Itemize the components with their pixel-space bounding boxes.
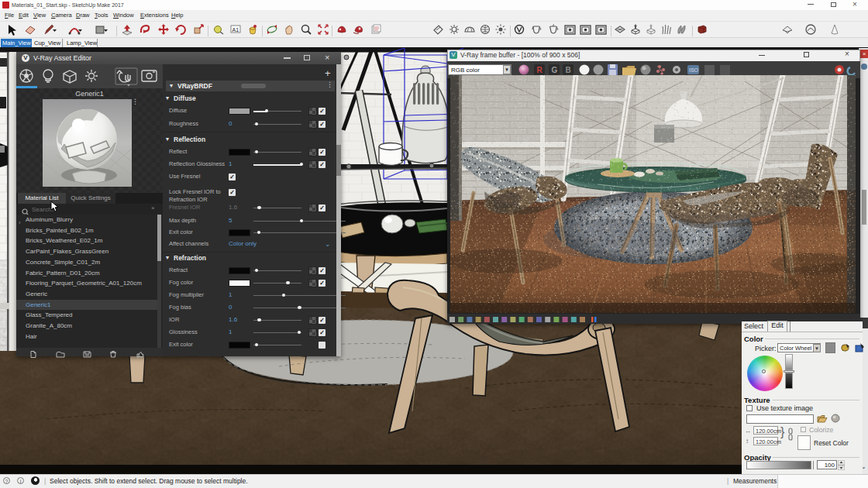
svg-text:ISO: ISO <box>689 67 699 73</box>
svg-text:A1: A1 <box>232 27 239 33</box>
svg-text:R: R <box>537 66 543 74</box>
svg-text:G: G <box>552 66 558 74</box>
svg-text:B: B <box>566 66 571 74</box>
